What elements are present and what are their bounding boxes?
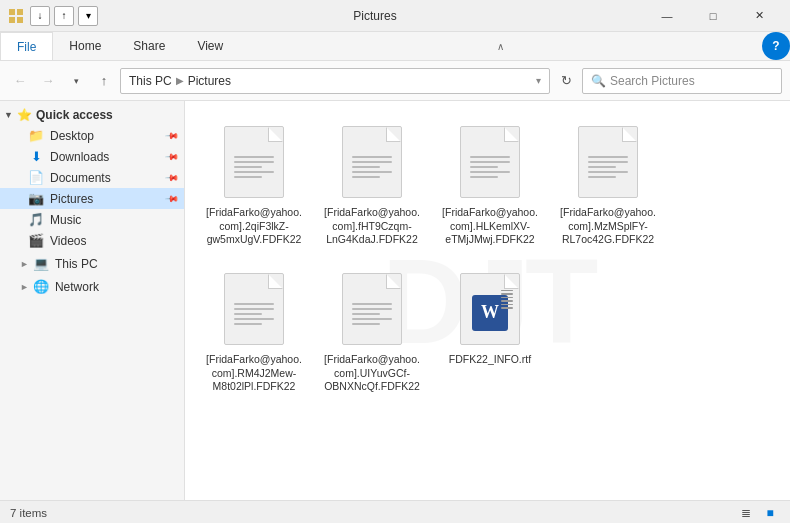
pictures-icon: 📷	[28, 191, 44, 206]
search-box[interactable]: 🔍 Search Pictures	[582, 68, 782, 94]
address-box[interactable]: This PC ▶ Pictures ▾	[120, 68, 550, 94]
grid-view-button[interactable]: ■	[760, 504, 780, 522]
word-line	[501, 297, 513, 299]
doc-line	[234, 166, 262, 168]
doc-line	[234, 323, 262, 325]
sidebar-network-header[interactable]: ► 🌐 Network	[0, 276, 184, 297]
file-item-2[interactable]: [FridaFarko@yahoo.com].HLKemlXV-eTMjJMwj…	[435, 115, 545, 254]
doc-line	[352, 176, 380, 178]
sidebar-desktop-label: Desktop	[50, 129, 94, 143]
item-count: 7 items	[10, 507, 47, 519]
file-name-1: [FridaFarko@yahoo.com].fHT9Czqm-LnG4KdaJ…	[322, 206, 422, 247]
file-icon-1	[336, 122, 408, 202]
encrypted-file-icon-3	[578, 126, 638, 198]
doc-lines-0	[234, 156, 274, 178]
search-placeholder: Search Pictures	[610, 74, 695, 88]
file-name-2: [FridaFarko@yahoo.com].HLKemlXV-eTMjJMwj…	[440, 206, 540, 247]
encrypted-file-icon-0	[224, 126, 284, 198]
file-item-1[interactable]: [FridaFarko@yahoo.com].fHT9Czqm-LnG4KdaJ…	[317, 115, 427, 254]
doc-line	[234, 161, 274, 163]
file-item-5[interactable]: [FridaFarko@yahoo.com].UIYuvGCf-OBNXNcQf…	[317, 262, 427, 401]
window-icon	[8, 8, 24, 24]
tab-view[interactable]: View	[181, 32, 239, 60]
addressbar: ← → ▾ ↑ This PC ▶ Pictures ▾ ↻ 🔍 Search …	[0, 61, 790, 101]
doc-lines-2	[470, 156, 510, 178]
refresh-button[interactable]: ↻	[554, 69, 578, 93]
qat-btn-2[interactable]: ↑	[54, 6, 74, 26]
ribbon-help[interactable]: ?	[762, 32, 790, 60]
word-line	[501, 300, 513, 302]
file-item-0[interactable]: [FridaFarko@yahoo.com].2qiF3lkZ-gw5mxUgV…	[199, 115, 309, 254]
doc-line	[234, 176, 262, 178]
sidebar-quick-access-header[interactable]: ▼ ⭐ Quick access	[0, 105, 184, 125]
file-icon-4	[218, 269, 290, 349]
doc-line	[588, 156, 628, 158]
sidebar-item-music[interactable]: 🎵 Music	[0, 209, 184, 230]
maximize-button[interactable]: □	[690, 0, 736, 32]
qat-dropdown[interactable]: ▾	[78, 6, 98, 26]
search-icon: 🔍	[591, 74, 606, 88]
file-item-6[interactable]: W FDFK22_INFO.rtf	[435, 262, 545, 401]
file-grid: [FridaFarko@yahoo.com].2qiF3lkZ-gw5mxUgV…	[195, 111, 780, 405]
tab-file[interactable]: File	[0, 32, 53, 60]
address-path: This PC ▶ Pictures	[129, 74, 530, 88]
sidebar-item-videos[interactable]: 🎬 Videos	[0, 230, 184, 251]
sidebar-item-documents[interactable]: 📄 Documents 📌	[0, 167, 184, 188]
sidebar-documents-label: Documents	[50, 171, 111, 185]
qat-btn-1[interactable]: ↓	[30, 6, 50, 26]
sidebar-music-label: Music	[50, 213, 81, 227]
doc-line	[470, 161, 510, 163]
word-file-icon: W	[460, 273, 520, 345]
doc-line	[588, 166, 616, 168]
address-chevron-icon[interactable]: ▾	[536, 75, 541, 86]
address-part-thispc[interactable]: This PC	[129, 74, 172, 88]
window-title: Pictures	[106, 9, 644, 23]
sidebar-thispc-label: This PC	[55, 257, 98, 271]
encrypted-file-icon-5	[342, 273, 402, 345]
sidebar: ▼ ⭐ Quick access 📁 Desktop 📌 ⬇ Downloads…	[0, 101, 185, 500]
sidebar-item-pictures[interactable]: 📷 Pictures 📌	[0, 188, 184, 209]
statusbar: 7 items ≣ ■	[0, 500, 790, 523]
quick-access-toolbar: ↓ ↑ ▾	[30, 6, 98, 26]
encrypted-file-icon-2	[460, 126, 520, 198]
address-part-pictures[interactable]: Pictures	[188, 74, 231, 88]
tab-home[interactable]: Home	[53, 32, 117, 60]
forward-button[interactable]: →	[36, 69, 60, 93]
main-layout: ▼ ⭐ Quick access 📁 Desktop 📌 ⬇ Downloads…	[0, 101, 790, 500]
file-name-4: [FridaFarko@yahoo.com].RM4J2Mew-M8t02lPl…	[204, 353, 304, 394]
ribbon-collapse[interactable]: ∧	[489, 32, 512, 60]
minimize-button[interactable]: —	[644, 0, 690, 32]
up-button[interactable]: ↑	[92, 69, 116, 93]
back-button[interactable]: ←	[8, 69, 32, 93]
documents-pin-icon: 📌	[165, 170, 180, 185]
file-icon-6: W	[454, 269, 526, 349]
ribbon-tabs: File Home Share View ∧ ?	[0, 32, 790, 60]
file-icon-5	[336, 269, 408, 349]
sidebar-pictures-label: Pictures	[50, 192, 93, 206]
sidebar-thispc-header[interactable]: ► 💻 This PC	[0, 253, 184, 274]
encrypted-file-icon-1	[342, 126, 402, 198]
tab-share[interactable]: Share	[117, 32, 181, 60]
thispc-chevron-icon: ►	[20, 259, 29, 269]
svg-rect-0	[9, 9, 15, 15]
address-sep-1: ▶	[176, 75, 184, 86]
doc-line	[352, 318, 392, 320]
file-item-4[interactable]: [FridaFarko@yahoo.com].RM4J2Mew-M8t02lPl…	[199, 262, 309, 401]
doc-line	[234, 156, 274, 158]
videos-icon: 🎬	[28, 233, 44, 248]
sidebar-item-desktop[interactable]: 📁 Desktop 📌	[0, 125, 184, 146]
quick-access-star-icon: ⭐	[17, 108, 32, 122]
close-button[interactable]: ✕	[736, 0, 782, 32]
file-area: DJT [FridaFarko@yahoo.com].2qiF	[185, 101, 790, 500]
file-item-3[interactable]: [FridaFarko@yahoo.com].MzMSplFY-RL7oc42G…	[553, 115, 663, 254]
list-view-button[interactable]: ≣	[736, 504, 756, 522]
recent-locations-button[interactable]: ▾	[64, 69, 88, 93]
music-icon: 🎵	[28, 212, 44, 227]
doc-line	[470, 156, 510, 158]
network-icon: 🌐	[33, 279, 49, 294]
doc-line	[234, 303, 274, 305]
sidebar-item-downloads[interactable]: ⬇ Downloads 📌	[0, 146, 184, 167]
doc-line	[234, 308, 274, 310]
file-name-0: [FridaFarko@yahoo.com].2qiF3lkZ-gw5mxUgV…	[204, 206, 304, 247]
network-chevron-icon: ►	[20, 282, 29, 292]
